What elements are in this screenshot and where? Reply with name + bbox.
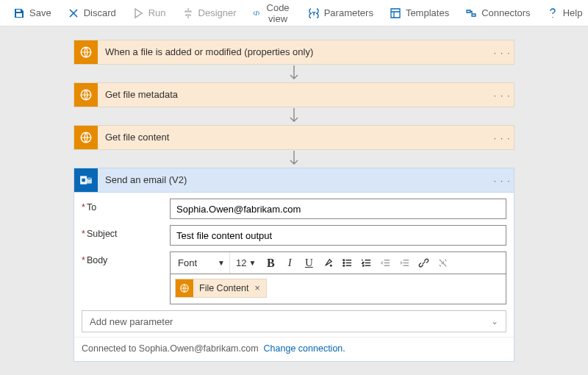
step-menu-button[interactable]: · · · xyxy=(490,126,514,149)
designer-label: Designer xyxy=(198,7,237,18)
parameters-icon xyxy=(308,7,320,19)
templates-icon xyxy=(390,7,401,19)
to-label: *To xyxy=(82,199,170,213)
email-title: Send an email (V2) xyxy=(98,168,490,192)
arrow-connector xyxy=(288,150,300,168)
email-body-section: *To *Subject *Body Font▼ 12▼ B I U xyxy=(74,193,514,337)
email-step: Send an email (V2) · · · *To *Subject *B… xyxy=(74,168,514,362)
discard-label: Discard xyxy=(84,7,116,18)
body-field-row: *Body Font▼ 12▼ B I U xyxy=(82,251,506,304)
trigger-title: When a file is added or modified (proper… xyxy=(98,40,490,64)
subject-input[interactable] xyxy=(170,225,506,246)
connectors-icon xyxy=(465,7,477,19)
arrow-connector xyxy=(288,107,300,125)
add-parameter-dropdown[interactable]: Add new parameter ⌄ xyxy=(82,310,506,332)
svg-point-7 xyxy=(343,265,345,266)
save-label: Save xyxy=(29,7,51,18)
rte-toolbar: Font▼ 12▼ B I U xyxy=(170,251,506,274)
connectors-label: Connectors xyxy=(481,7,530,18)
save-button[interactable]: Save xyxy=(6,4,59,22)
sharepoint-icon xyxy=(74,40,98,64)
connection-footer: Connected to Sophia.Owen@fabrikam.com Ch… xyxy=(74,337,514,361)
step-menu-button[interactable]: · · · xyxy=(490,83,514,107)
run-button[interactable]: Run xyxy=(125,4,173,22)
connected-account: Sophia.Owen@fabrikam.com xyxy=(139,343,259,354)
unlink-button[interactable] xyxy=(434,254,451,272)
help-label: Help xyxy=(563,7,583,18)
templates-button[interactable]: Templates xyxy=(382,4,456,22)
arrow-connector xyxy=(288,65,300,82)
svg-point-4 xyxy=(330,265,332,267)
help-icon xyxy=(547,7,559,19)
trigger-step[interactable]: When a file is added or modified (proper… xyxy=(74,40,514,65)
subject-label: *Subject xyxy=(82,225,170,239)
bullet-list-button[interactable] xyxy=(338,254,356,272)
run-label: Run xyxy=(148,7,166,18)
token-label: File Content xyxy=(193,283,253,293)
subject-field-row: *Subject xyxy=(82,225,506,246)
file-content-token[interactable]: File Content × xyxy=(175,279,267,298)
body-input[interactable]: File Content × xyxy=(170,274,506,304)
bold-button[interactable]: B xyxy=(262,254,279,272)
body-label: *Body xyxy=(82,251,170,265)
content-step[interactable]: Get file content · · · xyxy=(74,125,514,150)
outlook-icon xyxy=(74,168,98,192)
metadata-step[interactable]: Get file metadata · · · xyxy=(74,82,514,107)
chevron-down-icon: ⌄ xyxy=(491,316,498,326)
number-list-button[interactable] xyxy=(357,254,375,272)
step-menu-button[interactable]: · · · xyxy=(490,40,514,64)
sharepoint-icon xyxy=(176,279,193,297)
color-button[interactable] xyxy=(319,254,337,272)
designer-canvas: When a file is added or modified (proper… xyxy=(0,26,588,369)
outdent-button[interactable] xyxy=(376,254,394,272)
code-view-button[interactable]: Code view xyxy=(245,0,299,27)
sharepoint-icon xyxy=(74,83,98,107)
svg-point-5 xyxy=(343,260,345,261)
parameters-button[interactable]: Parameters xyxy=(301,4,381,22)
designer-button[interactable]: Designer xyxy=(175,4,244,22)
code-icon xyxy=(253,7,260,19)
designer-icon xyxy=(182,7,194,19)
font-size-picker[interactable]: 12▼ xyxy=(232,252,260,274)
play-icon xyxy=(132,7,144,19)
templates-label: Templates xyxy=(406,7,449,18)
content-title: Get file content xyxy=(98,126,490,149)
discard-button[interactable]: Discard xyxy=(60,4,123,22)
connectors-button[interactable]: Connectors xyxy=(458,4,537,22)
code-view-label: Code view xyxy=(264,2,291,24)
indent-button[interactable] xyxy=(395,254,413,272)
to-input[interactable] xyxy=(170,199,506,219)
metadata-title: Get file metadata xyxy=(98,83,490,107)
font-picker[interactable]: Font▼ xyxy=(173,252,230,274)
change-connection-link[interactable]: Change connection. xyxy=(264,343,345,354)
token-remove-icon[interactable]: × xyxy=(253,283,265,293)
underline-button[interactable]: U xyxy=(300,254,318,272)
help-button[interactable]: Help xyxy=(539,4,588,22)
email-step-header[interactable]: Send an email (V2) · · · xyxy=(74,168,514,193)
rich-text-editor: Font▼ 12▼ B I U xyxy=(170,251,506,304)
discard-icon xyxy=(68,7,79,19)
italic-button[interactable]: I xyxy=(281,254,298,272)
sharepoint-icon xyxy=(74,126,98,149)
add-parameter-label: Add new parameter xyxy=(90,316,173,327)
to-field-row: *To xyxy=(82,199,506,219)
toolbar: Save Discard Run Designer Code view Para… xyxy=(0,0,588,26)
connected-to-label: Connected to xyxy=(82,343,139,354)
save-icon xyxy=(13,7,25,19)
svg-point-6 xyxy=(343,262,345,264)
link-button[interactable] xyxy=(415,254,432,272)
step-menu-button[interactable]: · · · xyxy=(490,168,514,192)
parameters-label: Parameters xyxy=(324,7,373,18)
